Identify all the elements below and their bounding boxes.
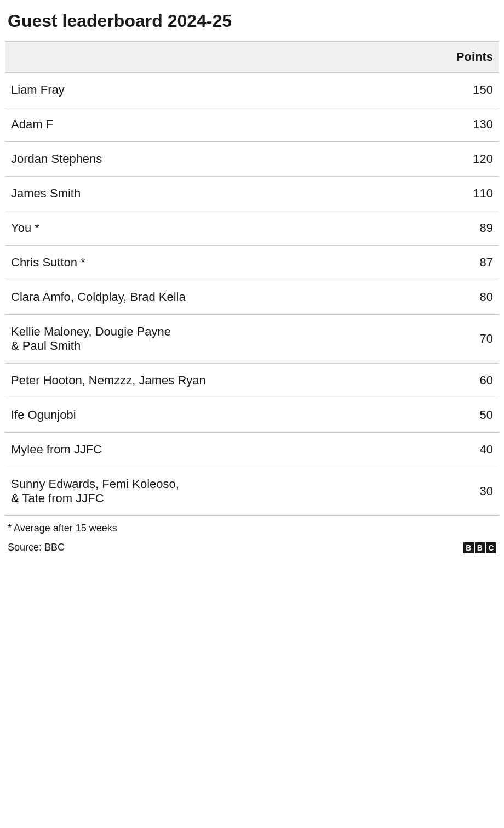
table-row: Liam Fray150: [5, 72, 499, 107]
cell-points: 40: [252, 433, 499, 467]
cell-name: Kellie Maloney, Dougie Payne& Paul Smith: [5, 315, 252, 364]
cell-points: 80: [252, 280, 499, 315]
cell-points: 87: [252, 246, 499, 280]
cell-name: Chris Sutton *: [5, 246, 252, 280]
bbc-box-b2: B: [475, 542, 485, 553]
cell-points: 130: [252, 107, 499, 142]
table-row: You *89: [5, 211, 499, 246]
cell-points: 89: [252, 211, 499, 246]
footnote: * Average after 15 weeks: [5, 516, 499, 536]
cell-name: James Smith: [5, 177, 252, 211]
cell-points: 60: [252, 364, 499, 398]
bbc-logo: B B C: [463, 542, 496, 553]
cell-name: Jordan Stephens: [5, 142, 252, 177]
table-row: Ife Ogunjobi50: [5, 398, 499, 433]
table-row: Sunny Edwards, Femi Koleoso,& Tate from …: [5, 467, 499, 516]
table-header-row: Points: [5, 42, 499, 72]
cell-points: 50: [252, 398, 499, 433]
column-header-points: Points: [252, 42, 499, 72]
cell-name: Sunny Edwards, Femi Koleoso,& Tate from …: [5, 467, 252, 516]
table-row: Mylee from JJFC40: [5, 433, 499, 467]
table-row: Peter Hooton, Nemzzz, James Ryan60: [5, 364, 499, 398]
cell-name: Peter Hooton, Nemzzz, James Ryan: [5, 364, 252, 398]
cell-name: Ife Ogunjobi: [5, 398, 252, 433]
bbc-box-c: C: [486, 542, 496, 553]
cell-name: Clara Amfo, Coldplay, Brad Kella: [5, 280, 252, 315]
cell-name: You *: [5, 211, 252, 246]
cell-name: Adam F: [5, 107, 252, 142]
source-row: Source: BBC B B C: [5, 536, 499, 555]
table-row: Chris Sutton *87: [5, 246, 499, 280]
source-label: Source: BBC: [8, 542, 65, 553]
table-row: Adam F130: [5, 107, 499, 142]
cell-points: 120: [252, 142, 499, 177]
table-row: Jordan Stephens120: [5, 142, 499, 177]
bbc-box-b1: B: [463, 542, 474, 553]
table-row: Kellie Maloney, Dougie Payne& Paul Smith…: [5, 315, 499, 364]
cell-points: 150: [252, 72, 499, 107]
cell-points: 30: [252, 467, 499, 516]
cell-points: 70: [252, 315, 499, 364]
table-row: Clara Amfo, Coldplay, Brad Kella80: [5, 280, 499, 315]
page-title: Guest leaderboard 2024-25: [5, 11, 499, 31]
cell-name: Liam Fray: [5, 72, 252, 107]
cell-points: 110: [252, 177, 499, 211]
table-row: James Smith110: [5, 177, 499, 211]
leaderboard-table: Points Liam Fray150Adam F130Jordan Steph…: [5, 41, 499, 516]
column-header-name: [5, 42, 252, 72]
cell-name: Mylee from JJFC: [5, 433, 252, 467]
